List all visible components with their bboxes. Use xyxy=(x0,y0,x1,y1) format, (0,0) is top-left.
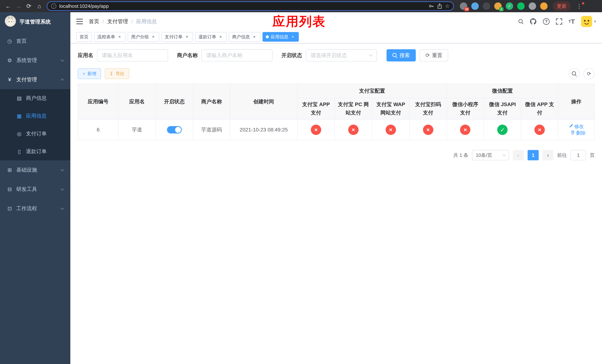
app-id-cell: 6 xyxy=(78,119,118,140)
ext-dark-icon[interactable] xyxy=(483,2,490,10)
sidebar-item-app-info[interactable]: ▦应用信息 xyxy=(0,107,70,125)
goto-page-input[interactable] xyxy=(570,150,586,160)
tab-refund-order[interactable]: 退款订单× xyxy=(195,32,226,42)
prev-page-button[interactable]: ‹ xyxy=(513,150,524,160)
address-bar[interactable]: i localhost:1024/pay/app ☆ xyxy=(47,1,454,11)
sidebar-item-label: 工作流程 xyxy=(16,205,37,212)
fullscreen-icon[interactable] xyxy=(556,18,562,25)
browser-menu-icon[interactable]: ⋮ xyxy=(574,3,584,10)
page-size-select[interactable]: 10条/页 xyxy=(472,150,509,160)
user-avatar[interactable]: ▾ xyxy=(581,16,596,27)
close-icon[interactable]: × xyxy=(218,34,223,39)
sidebar-item-label: 退款订单 xyxy=(26,148,47,155)
wechat-jsapi-pay-cell: ✓ xyxy=(484,119,521,140)
page-title: 应用列表 xyxy=(272,13,326,30)
chevron-down-icon xyxy=(61,58,64,62)
hamburger-icon[interactable] xyxy=(76,19,83,24)
edit-link[interactable]: 修改 xyxy=(569,123,584,130)
app-name-input[interactable] xyxy=(97,49,168,62)
toolbar: + 新增 ↧ 导出 ⟳ xyxy=(78,68,595,79)
sidebar-item-workflow[interactable]: ⊡工作流程 xyxy=(0,199,70,218)
share-icon[interactable] xyxy=(437,3,442,9)
refresh-icon: ⟳ xyxy=(425,53,430,58)
status-select[interactable]: 请选择开启状态 xyxy=(306,49,377,62)
ext-check-icon[interactable]: ✓ xyxy=(506,2,513,10)
help-icon[interactable]: ? xyxy=(543,18,550,25)
password-key-icon[interactable] xyxy=(429,3,434,9)
extension-badge: 10 xyxy=(464,7,469,11)
extension-badge: 1 xyxy=(499,7,504,11)
sidebar-item-label: 支付订单 xyxy=(26,130,47,137)
page-number-button[interactable]: 1 xyxy=(527,150,539,160)
yen-icon: ¥ xyxy=(7,77,13,83)
tab-process-form[interactable]: 流程表单× xyxy=(94,32,126,42)
tags-view: 首页流程表单×用户分组×支付订单×退款订单×商户信息×应用信息× xyxy=(70,31,602,43)
reset-button[interactable]: ⟳ 重置 xyxy=(419,49,448,62)
tab-pay-order[interactable]: 支付订单× xyxy=(161,32,193,42)
tab-label: 支付订单 xyxy=(165,34,183,40)
search-button[interactable]: 搜索 xyxy=(387,49,416,62)
sidebar-item-devtools[interactable]: ⊟研发工具 xyxy=(0,180,70,199)
close-icon[interactable]: × xyxy=(151,34,156,39)
tab-app-info[interactable]: 应用信息× xyxy=(262,32,299,42)
tab-label: 应用信息 xyxy=(271,34,288,40)
update-button[interactable]: 更新 xyxy=(553,1,570,11)
status-label: 开启状态 xyxy=(281,52,302,59)
home-icon[interactable]: ⌂ xyxy=(34,1,44,11)
tab-merchant-info[interactable]: 商户信息× xyxy=(229,32,260,42)
sidebar-item-infra[interactable]: ⊞基础设施 xyxy=(0,160,70,180)
toggle-search-button[interactable] xyxy=(569,68,580,79)
total-count: 共 1 条 xyxy=(453,152,468,159)
cross-circle-icon: × xyxy=(460,125,470,135)
alipay-pc-pay-cell: × xyxy=(335,119,372,140)
breadcrumb-item: 应用信息 xyxy=(136,18,157,25)
bookmark-star-icon[interactable]: ☆ xyxy=(445,3,450,9)
chevron-down-icon xyxy=(61,168,64,171)
active-dot xyxy=(266,35,269,38)
alipay-app-pay-cell: × xyxy=(297,119,335,140)
cross-circle-icon: × xyxy=(534,125,545,135)
column-header: 应用编号 xyxy=(78,84,118,119)
close-icon[interactable]: × xyxy=(117,34,122,39)
table-row: 6芋道芋道源码2021-10-23 08:49:25×××××✓×修改删除 xyxy=(78,119,594,140)
close-icon[interactable]: × xyxy=(290,34,295,39)
close-icon[interactable]: × xyxy=(252,34,257,39)
breadcrumb-item[interactable]: 支付管理 xyxy=(107,18,128,25)
ext-face-icon[interactable] xyxy=(540,2,548,10)
reload-icon[interactable]: ⟳ xyxy=(24,1,34,11)
refresh-icon: ⟳ xyxy=(587,71,591,77)
tab-home[interactable]: 首页 xyxy=(76,32,92,42)
search-icon[interactable] xyxy=(518,19,523,24)
url-text: localhost:1024/pay/app xyxy=(59,3,426,9)
sidebar-item-payment[interactable]: ¥支付管理 xyxy=(0,70,70,89)
ext-puzzle-icon[interactable] xyxy=(529,2,536,10)
cross-circle-icon: × xyxy=(423,125,433,135)
back-icon[interactable]: ← xyxy=(3,1,13,11)
merchant-name-input[interactable] xyxy=(201,49,272,62)
ext-drop-icon[interactable] xyxy=(471,2,479,10)
sidebar-item-home[interactable]: ◷首页 xyxy=(0,32,70,51)
font-size-icon[interactable]: TT xyxy=(569,18,575,25)
enabled-toggle[interactable] xyxy=(167,126,182,133)
ext-grid-icon[interactable]: 10 xyxy=(460,2,467,10)
tab-user-group[interactable]: 用户分组× xyxy=(128,32,159,42)
close-icon[interactable]: × xyxy=(184,34,190,39)
export-button[interactable]: ↧ 导出 xyxy=(105,68,129,79)
download-icon: ↧ xyxy=(110,71,113,76)
refresh-table-button[interactable]: ⟳ xyxy=(583,68,595,79)
next-page-button[interactable]: › xyxy=(542,150,553,160)
github-icon[interactable] xyxy=(530,18,537,25)
wechat-app-pay-cell: × xyxy=(521,119,558,140)
ext-leaf-icon[interactable]: 1 xyxy=(494,2,502,10)
sidebar-item-merchant-info[interactable]: ▤商户信息 xyxy=(0,89,70,107)
delete-link[interactable]: 删除 xyxy=(570,130,586,136)
ext-chat-icon[interactable] xyxy=(517,2,525,10)
forward-icon[interactable]: → xyxy=(13,1,24,11)
sidebar-item-label: 系统管理 xyxy=(16,57,37,64)
sidebar-item-system[interactable]: ⚙系统管理 xyxy=(0,51,70,70)
add-button[interactable]: + 新增 xyxy=(78,68,101,79)
sidebar-item-pay-order[interactable]: ◎支付订单 xyxy=(0,125,70,143)
site-info-icon[interactable]: i xyxy=(51,3,56,9)
sidebar-item-refund-order[interactable]: ▯退款订单 xyxy=(0,143,70,160)
breadcrumb-item[interactable]: 首页 xyxy=(89,18,99,25)
